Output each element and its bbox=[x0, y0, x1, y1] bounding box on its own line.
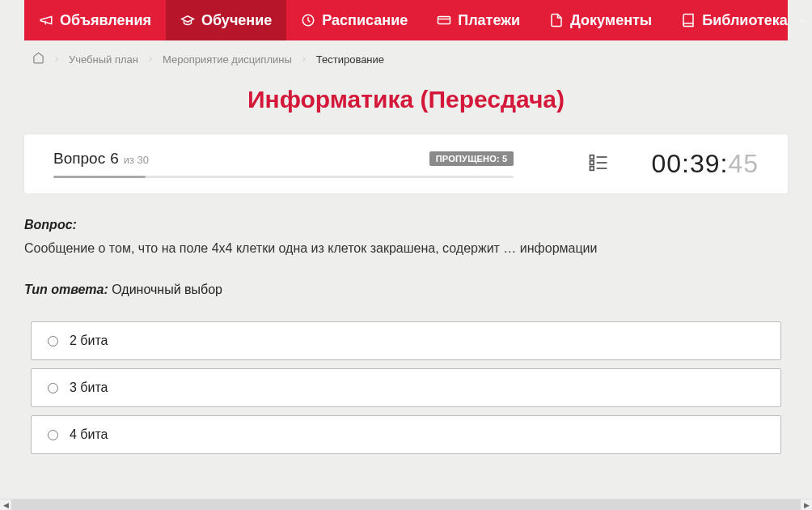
nav-education[interactable]: Обучение bbox=[166, 0, 286, 40]
nav-library[interactable]: Библиотека bbox=[666, 0, 812, 40]
nav-label: Платежи bbox=[458, 12, 520, 29]
answer-label: 4 бита bbox=[70, 427, 108, 442]
education-icon bbox=[180, 13, 195, 28]
announce-icon bbox=[39, 13, 53, 28]
nav-label: Обучение bbox=[201, 12, 272, 29]
list-icon bbox=[586, 163, 611, 176]
question-text: Сообщение о том, что на поле 4х4 клетки … bbox=[24, 239, 788, 258]
nav-schedule[interactable]: Расписание bbox=[286, 0, 422, 40]
main-nav: Объявления Обучение Расписание Платежи bbox=[24, 0, 788, 40]
nav-label: Библиотека bbox=[702, 12, 788, 29]
breadcrumb-item[interactable]: Мероприятие дисциплины bbox=[163, 53, 292, 66]
nav-label: Расписание bbox=[322, 12, 408, 29]
home-icon[interactable] bbox=[32, 52, 44, 66]
answer-option[interactable]: 4 бита bbox=[31, 415, 781, 454]
svg-rect-4 bbox=[590, 160, 594, 164]
chevron-right-icon bbox=[146, 53, 154, 66]
nav-payments[interactable]: Платежи bbox=[422, 0, 535, 40]
answer-radio[interactable] bbox=[48, 336, 58, 346]
scroll-track[interactable] bbox=[11, 499, 801, 511]
page-title: Информатика (Пересдача) bbox=[24, 86, 788, 113]
skipped-badge: ПРОПУЩЕНО: 5 bbox=[429, 151, 514, 166]
nav-label: Объявления bbox=[60, 12, 151, 29]
question-list-button[interactable] bbox=[514, 151, 651, 177]
timer: 00:39:45 bbox=[651, 149, 759, 179]
answer-type-value: Одиночный выбор bbox=[112, 283, 222, 296]
chevron-right-icon bbox=[53, 53, 61, 66]
document-icon bbox=[549, 13, 564, 28]
answer-label: 2 бита bbox=[70, 334, 108, 348]
progress-bar bbox=[53, 176, 514, 178]
scroll-right-arrow[interactable]: ▶ bbox=[801, 499, 812, 511]
answers-list: 2 бита 3 бита 4 бита bbox=[24, 321, 788, 454]
question-total: 30 bbox=[137, 154, 149, 166]
svg-rect-2 bbox=[590, 155, 594, 159]
question-word: Вопрос bbox=[53, 150, 105, 168]
payment-icon bbox=[437, 13, 451, 28]
question-of: из bbox=[124, 154, 134, 166]
breadcrumb: Учебный план Мероприятие дисциплины Тест… bbox=[24, 40, 788, 78]
quiz-status-panel: Вопрос 6 из 30 ПРОПУЩЕНО: 5 bbox=[24, 134, 788, 193]
nav-documents[interactable]: Документы bbox=[535, 0, 666, 40]
answer-radio[interactable] bbox=[48, 430, 58, 440]
timer-main: 00:39: bbox=[651, 149, 728, 179]
svg-rect-1 bbox=[438, 17, 450, 24]
library-icon bbox=[681, 13, 696, 28]
horizontal-scrollbar[interactable]: ◀ ▶ bbox=[0, 499, 812, 510]
answer-label: 3 бита bbox=[70, 380, 108, 395]
svg-rect-6 bbox=[590, 166, 594, 170]
question-current: 6 bbox=[110, 150, 119, 168]
answer-type: Тип ответа: Одиночный выбор bbox=[24, 283, 788, 297]
schedule-icon bbox=[301, 13, 315, 28]
answer-radio[interactable] bbox=[48, 383, 58, 393]
progress-fill bbox=[53, 176, 146, 178]
answer-option[interactable]: 2 бита bbox=[31, 321, 781, 360]
answer-type-label: Тип ответа: bbox=[24, 283, 108, 296]
question-block: Вопрос: Сообщение о том, что на поле 4х4… bbox=[24, 218, 788, 478]
question-heading: Вопрос: bbox=[24, 218, 788, 232]
scroll-left-arrow[interactable]: ◀ bbox=[0, 499, 11, 511]
question-counter: Вопрос 6 из 30 bbox=[53, 150, 149, 168]
nav-label: Документы bbox=[570, 12, 652, 29]
breadcrumb-current: Тестирование bbox=[316, 53, 384, 66]
breadcrumb-item[interactable]: Учебный план bbox=[69, 53, 138, 66]
nav-announcements[interactable]: Объявления bbox=[24, 0, 166, 40]
chevron-down-icon bbox=[797, 15, 807, 25]
answer-option[interactable]: 3 бита bbox=[31, 368, 781, 407]
timer-seconds: 45 bbox=[728, 149, 759, 179]
chevron-right-icon bbox=[300, 53, 308, 66]
